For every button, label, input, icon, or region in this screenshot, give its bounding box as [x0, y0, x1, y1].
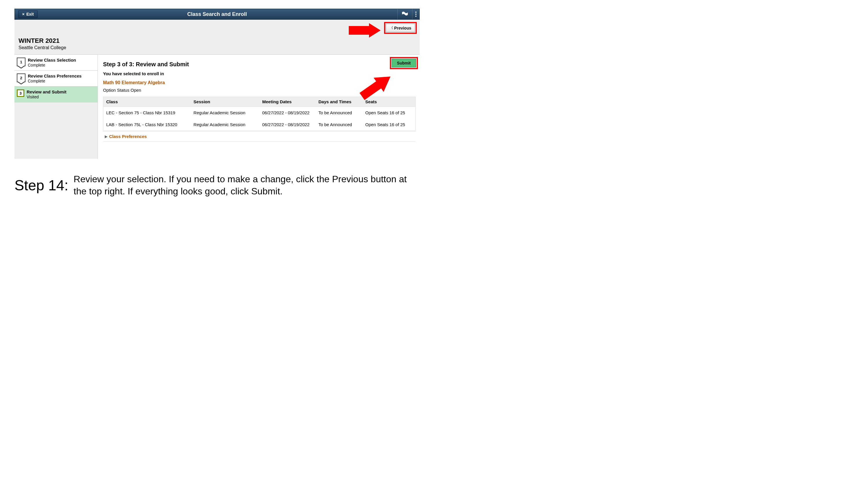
instruction-caption: Step 14: Review your selection. If you n…	[14, 173, 420, 209]
caption-text: Review your selection. If you need to ma…	[73, 173, 420, 197]
chevron-left-icon: 〈	[390, 26, 393, 30]
cell-session: Regular Academic Session	[191, 107, 259, 119]
cell-session: Regular Academic Session	[191, 119, 259, 131]
step-badge-icon: 1	[17, 58, 26, 66]
step-heading: Step 3 of 3: Review and Submit	[103, 61, 415, 68]
main-content: Submit Step 3 of 3: Review and Submit Yo…	[97, 55, 420, 159]
wizard-sidebar: 1 Review Class Selection Complete 2 Revi…	[14, 55, 97, 159]
cell-class: LAB - Section 75L - Class Nbr 15320	[103, 119, 191, 131]
page-title: Class Search and Enroll	[187, 11, 247, 18]
cell-times: To be Announced	[315, 107, 362, 119]
cell-dates: 06/27/2022 - 08/19/2022	[259, 107, 315, 119]
col-times: Days and Times	[315, 97, 362, 107]
step-title: Review and Submit	[27, 89, 67, 94]
submit-button[interactable]: Submit	[392, 59, 416, 67]
submit-label: Submit	[397, 61, 411, 65]
class-preferences-label: Class Preferences	[109, 134, 147, 139]
previous-button[interactable]: 〈 Previous	[386, 24, 415, 32]
svg-marker-0	[349, 23, 381, 38]
close-icon: ✕	[22, 12, 25, 16]
step-status: Complete	[28, 79, 82, 83]
cell-class: LEC - Section 75 - Class Nbr 15319	[103, 107, 191, 119]
wizard-step-3[interactable]: 3 Review and Submit Visited	[14, 87, 97, 102]
step-status: Visited	[27, 95, 67, 99]
step-badge-icon: 2	[17, 73, 26, 82]
table-row: LEC - Section 75 - Class Nbr 15319 Regul…	[103, 107, 415, 119]
step-badge-icon: 3	[17, 89, 24, 97]
step-title: Review Class Selection	[28, 58, 76, 63]
class-preferences-toggle[interactable]: ▶ Class Preferences	[103, 131, 415, 141]
col-dates: Meeting Dates	[259, 97, 315, 107]
exit-label: Exit	[26, 12, 34, 17]
app-header: ✕ Exit Class Search and Enroll	[14, 9, 420, 20]
college-label: Seattle Central College	[19, 45, 420, 50]
callout-highlight: 〈 Previous	[384, 22, 417, 34]
cell-seats: Open Seats 16 of 25	[362, 119, 415, 131]
col-class: Class	[103, 97, 191, 107]
cell-dates: 06/27/2022 - 08/19/2022	[259, 119, 315, 131]
exit-button[interactable]: ✕ Exit	[18, 10, 38, 18]
callout-highlight: Submit	[390, 57, 418, 69]
table-row: LAB - Section 75L - Class Nbr 15320 Regu…	[103, 119, 415, 131]
svg-marker-1	[359, 72, 394, 101]
cell-times: To be Announced	[315, 119, 362, 131]
previous-label: Previous	[394, 26, 411, 30]
col-session: Session	[191, 97, 259, 107]
triangle-right-icon: ▶	[105, 134, 107, 138]
wizard-step-2[interactable]: 2 Review Class Preferences Complete	[14, 71, 97, 87]
callout-arrow-icon	[359, 72, 394, 102]
callout-arrow-icon	[349, 23, 381, 39]
wizard-step-1[interactable]: 1 Review Class Selection Complete	[14, 55, 97, 71]
more-menu-icon[interactable]	[412, 9, 420, 20]
sub-header: 〈 Previous WINTER 2021 Seattle Central C…	[14, 20, 420, 55]
step-status: Complete	[28, 63, 76, 67]
cell-seats: Open Seats 16 of 25	[362, 107, 415, 119]
caption-step-number: Step 14:	[14, 177, 68, 194]
step-title: Review Class Preferences	[28, 73, 82, 78]
notifications-icon[interactable]	[397, 9, 412, 20]
